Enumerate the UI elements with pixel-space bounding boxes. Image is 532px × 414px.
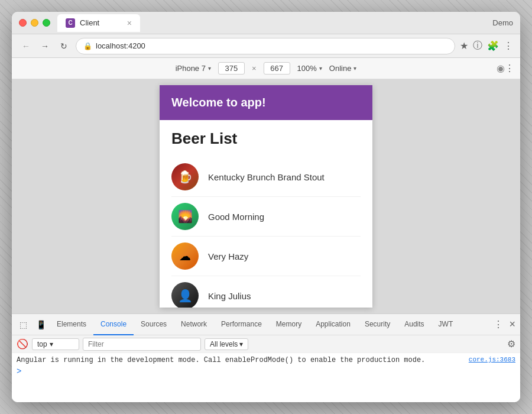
beer-name: Good Morning: [208, 212, 264, 222]
tab-audits[interactable]: Audits: [397, 314, 431, 335]
browser-tab[interactable]: C Client ×: [57, 14, 140, 32]
context-chevron-icon: ▾: [50, 340, 53, 348]
address-bar: ← → ↻ 🔒 localhost:4200 ★ ⓘ 🧩 ⋮: [12, 34, 520, 58]
devtools-close-button[interactable]: ×: [507, 316, 518, 333]
zoom-value: 100%: [297, 64, 317, 73]
url-bar[interactable]: 🔒 localhost:4200: [76, 38, 455, 54]
beer-list-title: Beer List: [171, 130, 361, 148]
zoom-chevron-icon: ▾: [319, 65, 322, 72]
device-toolbar-right: ◉ ⋮: [497, 63, 514, 74]
level-selector[interactable]: All levels ▾: [205, 338, 248, 350]
console-toolbar: 🚫 top ▾ All levels ▾ ⚙: [12, 335, 520, 353]
minimize-window-button[interactable]: [31, 19, 38, 27]
maximize-window-button[interactable]: [43, 19, 50, 27]
content-area: Welcome to app! Beer List 🍺Kentucky Brun…: [12, 79, 520, 313]
tab-title: Client: [80, 18, 122, 27]
beer-name: Very Hazy: [208, 251, 248, 261]
tab-memory[interactable]: Memory: [269, 314, 309, 335]
network-selector[interactable]: Online ▾: [329, 64, 357, 73]
beer-item: 👤King Julius: [171, 276, 361, 308]
context-value: top: [37, 340, 47, 348]
browser-window: C Client × Demo ← → ↻ 🔒 localhost:4200 ★…: [12, 12, 520, 402]
beer-avatar: 🍺: [171, 163, 199, 190]
sensor-icon[interactable]: ◉: [497, 63, 505, 74]
device-selector[interactable]: iPhone 7 ▾: [176, 64, 211, 73]
info-icon[interactable]: ⓘ: [473, 40, 482, 52]
beer-name: King Julius: [208, 291, 251, 301]
device-toggle-button[interactable]: 📱: [32, 316, 50, 334]
tab-console[interactable]: Console: [93, 314, 134, 335]
filter-input[interactable]: [83, 338, 201, 351]
tab-close-button[interactable]: ×: [127, 18, 132, 28]
tab-favicon: C: [66, 18, 75, 28]
beer-item: 🍺Kentucky Brunch Brand Stout: [171, 157, 361, 197]
tab-elements[interactable]: Elements: [50, 314, 93, 335]
tab-performance[interactable]: Performance: [214, 314, 269, 335]
tab-sources[interactable]: Sources: [134, 314, 174, 335]
app-header: Welcome to app!: [160, 85, 372, 120]
extension-icon[interactable]: 🧩: [487, 40, 499, 51]
dimension-separator: ×: [252, 64, 257, 73]
inspect-element-button[interactable]: ⬚: [14, 316, 32, 334]
device-name: iPhone 7: [176, 64, 206, 73]
beer-avatar: 👤: [171, 282, 199, 308]
beer-avatar: 🌄: [171, 203, 199, 230]
tab-application[interactable]: Application: [309, 314, 358, 335]
beer-item: ☁Very Hazy: [171, 237, 361, 276]
menu-icon[interactable]: ⋮: [504, 40, 513, 51]
console-output: Angular is running in the development mo…: [12, 353, 520, 402]
level-value: All levels: [210, 340, 238, 348]
clear-console-button[interactable]: 🚫: [17, 338, 28, 350]
beer-avatar: ☁: [171, 242, 199, 270]
beer-list: 🍺Kentucky Brunch Brand Stout🌄Good Mornin…: [171, 157, 361, 308]
device-toolbar-more[interactable]: ⋮: [505, 63, 514, 74]
close-window-button[interactable]: [19, 19, 27, 27]
url-text: localhost:4200: [96, 41, 145, 50]
bookmark-icon[interactable]: ★: [460, 40, 468, 51]
beer-item: 🌄Good Morning: [171, 197, 361, 237]
device-chevron-icon: ▾: [208, 65, 211, 72]
address-bar-icons: ★ ⓘ 🧩 ⋮: [460, 40, 513, 52]
app-body: Beer List 🍺Kentucky Brunch Brand Stout🌄G…: [160, 120, 372, 308]
zoom-selector[interactable]: 100% ▾: [297, 64, 322, 73]
mobile-view: Welcome to app! Beer List 🍺Kentucky Brun…: [160, 85, 372, 308]
tab-area: C Client ×: [57, 14, 492, 32]
network-chevron-icon: ▾: [353, 65, 356, 72]
title-bar: C Client × Demo: [12, 12, 520, 34]
traffic-lights: [19, 19, 50, 27]
network-value: Online: [329, 64, 352, 73]
back-button[interactable]: ←: [19, 39, 33, 53]
devtools-more-button[interactable]: ⋮: [491, 316, 505, 332]
console-prompt[interactable]: >: [17, 367, 515, 376]
reload-button[interactable]: ↻: [57, 39, 71, 53]
device-toolbar: iPhone 7 ▾ 375 × 667 100% ▾ Online ▾ ◉ ⋮: [12, 58, 520, 79]
viewport-height[interactable]: 667: [264, 62, 290, 75]
devtools-tabs: ⬚ 📱 Elements Console Sources Network Per…: [12, 314, 520, 335]
console-settings-button[interactable]: ⚙: [507, 338, 515, 350]
context-selector[interactable]: top ▾: [32, 338, 79, 350]
level-chevron-icon: ▾: [239, 340, 243, 348]
devtools-tabs-right: ⋮ ×: [491, 316, 518, 333]
console-log-source[interactable]: core.js:3683: [469, 355, 515, 364]
lock-icon: 🔒: [83, 42, 92, 50]
forward-button[interactable]: →: [38, 39, 52, 53]
viewport-frame: Welcome to app! Beer List 🍺Kentucky Brun…: [12, 79, 520, 313]
tab-security[interactable]: Security: [358, 314, 397, 335]
console-log-line: Angular is running in the development mo…: [17, 355, 515, 366]
tab-jwt[interactable]: JWT: [432, 314, 460, 335]
devtools-panel: ⬚ 📱 Elements Console Sources Network Per…: [12, 313, 520, 402]
viewport-width[interactable]: 375: [218, 62, 245, 75]
console-log-text: Angular is running in the development mo…: [17, 355, 469, 366]
beer-name: Kentucky Brunch Brand Stout: [208, 172, 325, 182]
tab-network[interactable]: Network: [174, 314, 214, 335]
profile-name: Demo: [492, 18, 513, 27]
